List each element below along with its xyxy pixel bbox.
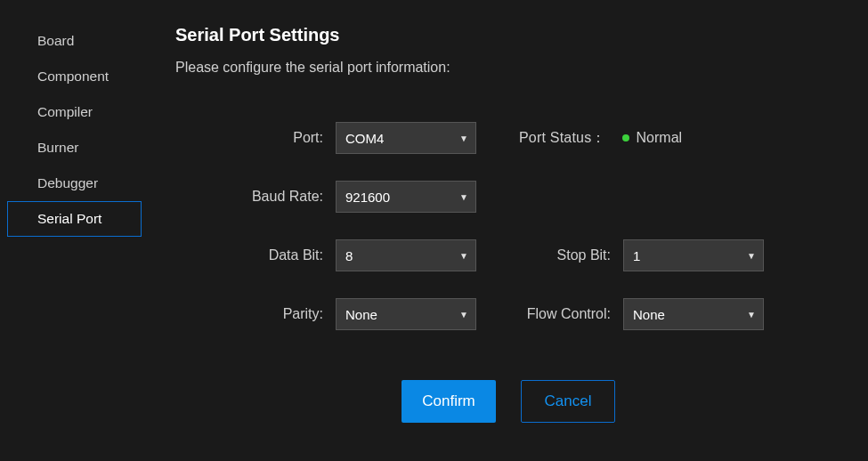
sidebar: Board Component Compiler Burner Debugger… <box>0 0 149 461</box>
port-status-value: Normal <box>637 130 683 146</box>
button-row: Confirm Cancel <box>175 380 841 423</box>
stop-bit-label: Stop Bit: <box>476 247 623 263</box>
confirm-button[interactable]: Confirm <box>402 380 496 423</box>
flow-control-select[interactable]: None ▼ <box>623 298 764 330</box>
baud-rate-value: 921600 <box>345 190 459 205</box>
port-select[interactable]: COM4 ▼ <box>336 122 476 154</box>
sidebar-item-label: Burner <box>37 140 79 156</box>
sidebar-item-label: Component <box>37 69 109 85</box>
data-bit-value: 8 <box>345 248 459 263</box>
sidebar-item-component[interactable]: Component <box>7 59 142 94</box>
sidebar-item-label: Serial Port <box>37 211 101 227</box>
row-baud-rate: Baud Rate: 921600 ▼ <box>175 181 841 213</box>
chevron-down-icon: ▼ <box>747 251 756 261</box>
main-panel: Serial Port Settings Please configure th… <box>149 0 868 461</box>
sidebar-item-label: Compiler <box>37 104 93 120</box>
baud-rate-label: Baud Rate: <box>175 189 336 205</box>
port-label: Port: <box>175 130 336 146</box>
parity-label: Parity: <box>175 306 336 322</box>
data-bit-label: Data Bit: <box>175 247 336 263</box>
sidebar-item-label: Debugger <box>37 175 98 191</box>
data-bit-select[interactable]: 8 ▼ <box>336 239 476 271</box>
baud-rate-select[interactable]: 921600 ▼ <box>336 181 476 213</box>
chevron-down-icon: ▼ <box>459 310 468 319</box>
parity-select[interactable]: None ▼ <box>336 298 476 330</box>
sidebar-item-debugger[interactable]: Debugger <box>7 166 142 201</box>
status-dot-icon <box>622 134 629 142</box>
parity-value: None <box>345 307 459 322</box>
port-status-group: Port Status： Normal <box>519 129 682 148</box>
row-port: Port: COM4 ▼ Port Status： Normal <box>175 122 841 154</box>
page-title: Serial Port Settings <box>175 25 841 45</box>
chevron-down-icon: ▼ <box>459 192 468 202</box>
sidebar-item-label: Board <box>37 33 74 49</box>
cancel-button[interactable]: Cancel <box>521 380 615 423</box>
sidebar-item-serial-port[interactable]: Serial Port <box>7 201 142 237</box>
stop-bit-select[interactable]: 1 ▼ <box>623 239 764 271</box>
sidebar-item-board[interactable]: Board <box>7 23 142 59</box>
flow-control-value: None <box>633 307 747 322</box>
page-subtitle: Please configure the serial port informa… <box>175 60 841 76</box>
sidebar-item-compiler[interactable]: Compiler <box>7 94 142 130</box>
chevron-down-icon: ▼ <box>459 251 468 261</box>
port-value: COM4 <box>345 131 459 146</box>
cancel-button-label: Cancel <box>545 392 592 410</box>
port-status-label: Port Status： <box>519 129 606 148</box>
sidebar-item-burner[interactable]: Burner <box>7 130 142 166</box>
chevron-down-icon: ▼ <box>747 310 756 319</box>
row-parity-flow: Parity: None ▼ Flow Control: None ▼ <box>175 298 841 330</box>
row-data-stop-bit: Data Bit: 8 ▼ Stop Bit: 1 ▼ <box>175 239 841 271</box>
flow-control-label: Flow Control: <box>476 306 623 322</box>
chevron-down-icon: ▼ <box>459 133 468 143</box>
stop-bit-value: 1 <box>633 248 747 263</box>
confirm-button-label: Confirm <box>422 392 475 410</box>
